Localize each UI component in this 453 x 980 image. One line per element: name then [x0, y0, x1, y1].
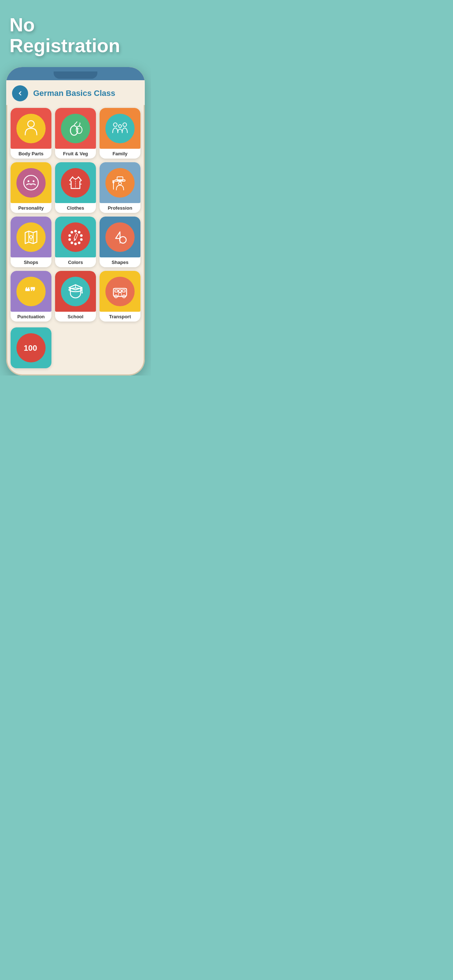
svg-rect-31: [118, 293, 121, 296]
category-numbers[interactable]: 100: [11, 328, 51, 368]
svg-point-6: [24, 175, 38, 190]
clothes-label: Clothes: [55, 203, 96, 213]
svg-point-12: [30, 235, 32, 239]
svg-point-15: [80, 234, 83, 237]
svg-point-20: [69, 239, 71, 241]
svg-point-3: [113, 123, 117, 127]
svg-point-23: [120, 237, 126, 243]
transport-label: Transport: [100, 312, 140, 321]
category-profession[interactable]: Profession: [100, 162, 140, 213]
phone-notch: [54, 72, 97, 79]
shapes-label: Shapes: [100, 258, 140, 267]
category-body-parts[interactable]: Body Parts: [11, 108, 51, 159]
profession-label: Profession: [100, 203, 140, 213]
svg-rect-30: [122, 290, 125, 292]
svg-point-7: [28, 180, 30, 182]
categories-grid: Body Parts Fruit & Veg: [6, 105, 145, 328]
svg-point-18: [74, 243, 77, 245]
family-label: Family: [100, 149, 140, 159]
svg-point-4: [123, 123, 126, 127]
page-title: No Registration: [6, 14, 145, 56]
svg-text:❝❞: ❝❞: [24, 286, 35, 297]
svg-point-13: [74, 230, 77, 232]
punctuation-label: Punctuation: [11, 312, 51, 321]
phone-notch-area: [6, 67, 145, 80]
svg-text:100: 100: [24, 344, 37, 353]
svg-point-0: [28, 121, 34, 127]
category-shapes[interactable]: Shapes: [100, 216, 140, 267]
body-parts-label: Body Parts: [11, 149, 51, 159]
svg-point-21: [69, 234, 71, 237]
category-family[interactable]: Family: [100, 108, 140, 159]
category-fruit-veg[interactable]: Fruit & Veg: [55, 108, 96, 159]
nav-title: German Basics Class: [33, 89, 115, 98]
svg-point-2: [76, 126, 82, 134]
svg-point-8: [33, 180, 35, 182]
colors-label: Colors: [55, 258, 96, 267]
fruit-veg-label: Fruit & Veg: [55, 149, 96, 159]
category-punctuation[interactable]: ❝❞ Punctuation: [11, 271, 51, 321]
back-button[interactable]: [12, 85, 28, 101]
svg-rect-29: [118, 290, 121, 292]
nav-bar: German Basics Class: [6, 80, 145, 105]
svg-rect-28: [115, 290, 118, 292]
svg-point-19: [71, 242, 73, 244]
svg-point-5: [118, 125, 121, 127]
category-school[interactable]: School: [55, 271, 96, 321]
shops-label: Shops: [11, 258, 51, 267]
category-shops[interactable]: Shops: [11, 216, 51, 267]
category-clothes[interactable]: Clothes: [55, 162, 96, 213]
svg-point-16: [80, 239, 83, 241]
svg-point-11: [118, 182, 121, 185]
personality-label: Personality: [11, 203, 51, 213]
svg-point-22: [71, 231, 73, 234]
school-label: School: [55, 312, 96, 321]
category-transport[interactable]: Transport: [100, 271, 140, 321]
category-personality[interactable]: Personality: [11, 162, 51, 213]
category-colors[interactable]: Colors: [55, 216, 96, 267]
phone-frame: German Basics Class Body Parts: [6, 67, 145, 375]
svg-point-17: [78, 242, 81, 244]
svg-point-14: [78, 231, 81, 234]
svg-point-26: [81, 292, 83, 293]
partial-row: 100: [6, 328, 145, 368]
